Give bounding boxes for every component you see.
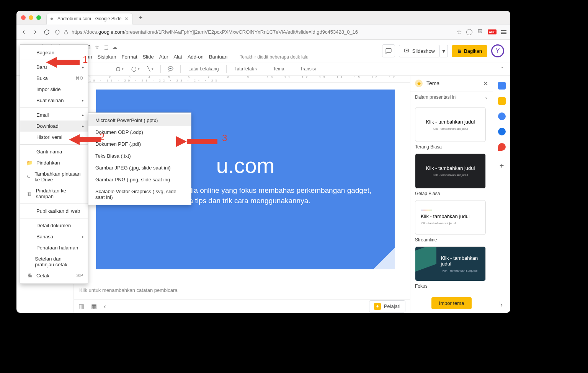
line-tool[interactable]: ╲▾ (145, 65, 156, 73)
file-menu-item[interactable]: 📁Pindahkan (20, 157, 88, 168)
maximize-window[interactable] (36, 15, 41, 20)
filmstrip-view-icon[interactable]: ▥ (78, 303, 84, 310)
minimize-window[interactable] (29, 15, 33, 20)
download-menu-item[interactable]: Scalable Vector Graphics (.svg, slide sa… (88, 186, 191, 203)
url-field[interactable]: https://docs.google.com/presentation/d/1… (55, 29, 452, 35)
file-menu-item[interactable]: Detail dokumen (20, 220, 88, 231)
theme-name: Streamline (415, 237, 488, 243)
tab-close-icon[interactable]: ✕ (124, 16, 129, 22)
cloud-status-icon[interactable]: ☁ (112, 44, 118, 50)
comments-button[interactable] (382, 44, 395, 57)
show-side-panel-icon[interactable]: › (501, 301, 503, 308)
contacts-icon[interactable] (498, 128, 506, 135)
file-menu-item[interactable]: Buka⌘O (20, 73, 88, 84)
lock-icon (63, 29, 69, 35)
url-text: https://docs.google.com/presentation/d/1… (72, 29, 358, 35)
slideshow-button[interactable]: Slideshow (399, 45, 440, 57)
annotation-number-3: 3 (222, 133, 227, 143)
last-edit-text: Terakhir diedit beberapa detik lalu (240, 54, 308, 60)
file-menu-item[interactable]: Penataan halaman (20, 242, 88, 253)
file-menu-item[interactable]: Bagikan (20, 47, 88, 58)
new-tab-button[interactable]: + (136, 13, 145, 22)
file-menu-item[interactable]: Email▸ (20, 109, 88, 121)
file-menu-item[interactable]: Buat salinan▸ (20, 95, 88, 106)
keep-icon[interactable] (498, 97, 506, 105)
theme-section-toggle[interactable]: Dalam presentasi ini⌄ (410, 91, 493, 103)
ruler-horizontal: 1 · · 2 · · 3 · · 4 · · 5 · · 6 · · 7 · … (74, 76, 410, 83)
nav-back-button[interactable] (20, 29, 27, 36)
download-menu-item[interactable]: Teks Biasa (.txt) (88, 150, 191, 162)
comment-tool[interactable]: 💬 (165, 65, 176, 73)
collapse-panel-icon[interactable]: ‹ (104, 303, 106, 310)
maps-icon[interactable] (498, 143, 506, 151)
layout-button[interactable]: Tata letak ▾ (231, 65, 260, 73)
download-submenu: Microsoft PowerPoint (.pptx)Dokumen ODP … (88, 112, 191, 205)
file-menu-item[interactable]: Ganti nama (20, 146, 88, 157)
theme-name: Fokus (415, 283, 488, 289)
explore-button[interactable]: ✦Pelajari (369, 300, 405, 313)
move-doc-icon[interactable]: ⬚ (103, 44, 108, 50)
grid-view-icon[interactable]: ▦ (91, 303, 97, 310)
menu-format[interactable]: Format (122, 54, 137, 60)
file-menu-dropdown: BagikanBaru▸Buka⌘OImpor slideBuat salina… (20, 44, 88, 284)
download-menu-item[interactable]: Gambar JPEG (.jpg, slide saat ini) (88, 162, 191, 174)
file-menu-item[interactable]: Publikasikan di web (20, 205, 88, 217)
svg-rect-0 (64, 32, 67, 34)
toolbar: ＋▾ ▢▾ ◯▾ ╲▾ 💬 Latar belakang Tata letak … (16, 62, 510, 76)
browser-menu-icon[interactable] (501, 30, 506, 34)
calendar-icon[interactable] (498, 82, 506, 90)
annotation-number-1: 1 (83, 54, 88, 65)
share-button[interactable]: Bagikan (452, 45, 487, 57)
tasks-icon[interactable] (498, 112, 506, 120)
menu-slide[interactable]: Slide (143, 54, 154, 60)
theme-name: Terang Biasa (415, 144, 488, 150)
tracking-shield-icon[interactable] (466, 29, 472, 35)
bottom-bar: ▥ ▦ ‹ ✦Pelajari (74, 299, 410, 313)
theme-card-light[interactable]: Klik - tambahkan judul Klik - tambahkan … (415, 107, 486, 142)
import-theme-button[interactable]: Impor tema (431, 297, 472, 309)
file-menu-item[interactable]: Setelan dan pratinjau cetak (20, 253, 88, 270)
toolbar-collapse-icon[interactable]: ⌃ (500, 66, 506, 72)
abp-badge[interactable]: ABP (488, 29, 497, 34)
background-button[interactable]: Latar belakang (185, 65, 222, 73)
menu-help[interactable]: Bantuan (209, 54, 227, 60)
file-menu-item[interactable]: 🗑Pindahkan ke sampah (20, 185, 88, 202)
download-menu-item[interactable]: Gambar PNG (.png, slide saat ini) (88, 174, 191, 186)
tab-status-dot (51, 18, 53, 20)
textbox-tool[interactable]: ▢▾ (114, 65, 126, 73)
bookmark-star-icon[interactable]: ☆ (456, 28, 462, 36)
theme-panel-title: Tema (426, 80, 479, 86)
slide-title[interactable]: u.com (216, 153, 275, 178)
transition-button[interactable]: Transisi (297, 65, 319, 73)
nav-reload-button[interactable] (43, 29, 50, 36)
shape-tool[interactable]: ◯▾ (129, 65, 142, 73)
window-controls[interactable] (21, 15, 41, 20)
menu-arrange[interactable]: Atur (159, 54, 168, 60)
annotation-arrow-2 (69, 134, 101, 145)
close-window[interactable] (21, 15, 26, 20)
theme-card-streamline[interactable]: Klik - tambahkan judul Klik - tambahkan … (415, 200, 486, 235)
nav-forward-button[interactable] (32, 29, 39, 36)
menu-insert[interactable]: Sisipkan (97, 54, 116, 60)
file-menu-item[interactable]: Impor slide (20, 84, 88, 95)
user-avatar[interactable]: Y (491, 44, 504, 57)
file-menu-item[interactable]: Download▸ (20, 121, 88, 132)
annotation-arrow-1 (46, 57, 80, 68)
download-menu-item[interactable]: Microsoft PowerPoint (.pptx) (88, 114, 191, 126)
browser-tab[interactable]: Androbuntu.com - Google Slide ✕ (46, 13, 133, 24)
side-rail: + › (493, 76, 510, 313)
theme-button[interactable]: Tema (270, 65, 287, 73)
theme-card-focus[interactable]: Klik - tambahkan judul Klik - tambahkan … (415, 246, 486, 281)
pocket-icon[interactable] (477, 29, 483, 36)
menu-addon[interactable]: Add-on (188, 54, 204, 60)
file-menu-item[interactable]: ⤷Tambahkan pintasan ke Drive (20, 168, 88, 185)
slideshow-dropdown[interactable]: ▾ (440, 45, 448, 57)
theme-panel-close[interactable]: ✕ (483, 80, 488, 87)
star-doc-icon[interactable]: ☆ (95, 44, 100, 50)
file-menu-item[interactable]: Bahasa▸ (20, 231, 88, 242)
menu-tools[interactable]: Alat (173, 54, 182, 60)
speaker-notes[interactable]: Klik untuk menambahkan catatan pembicara (74, 284, 410, 299)
addons-plus-icon[interactable]: + (500, 161, 504, 170)
file-menu-item[interactable]: 🖶Cetak⌘P (20, 270, 88, 281)
theme-card-dark[interactable]: Klik - tambahkan judul Klik - tambahkan … (415, 153, 486, 188)
